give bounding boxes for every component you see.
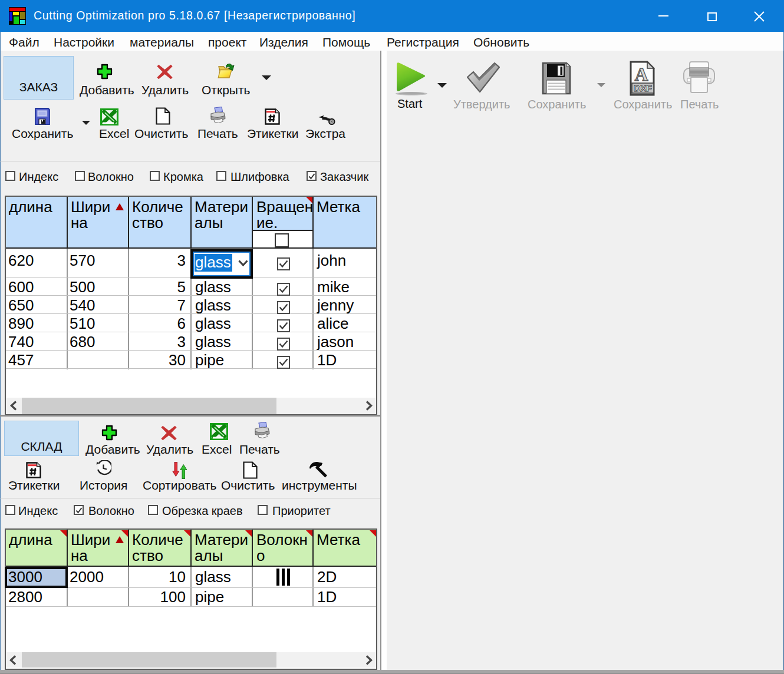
svg-text:A: A (634, 64, 648, 85)
svg-text:DXF: DXF (634, 83, 652, 93)
